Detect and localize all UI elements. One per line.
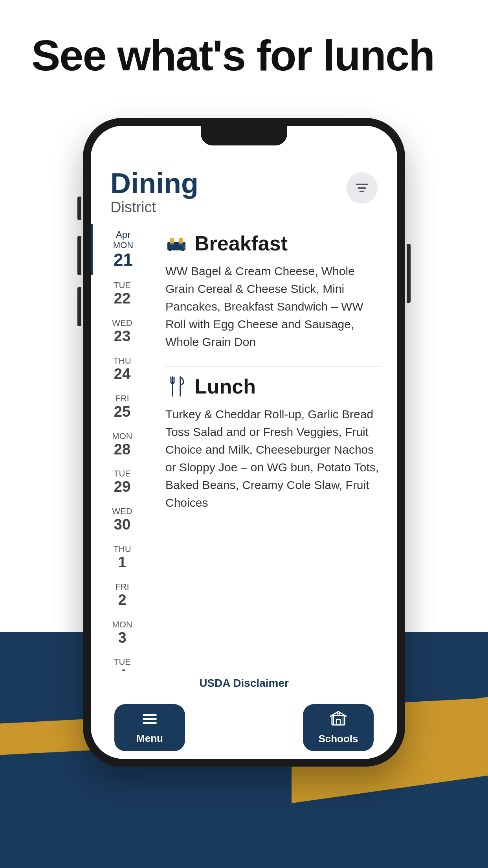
- app-header: Dining District: [91, 157, 397, 224]
- svg-rect-3: [167, 242, 185, 250]
- toaster-icon: [165, 232, 187, 254]
- date-number: 25: [97, 404, 147, 420]
- date-item[interactable]: FRI 2: [91, 576, 154, 614]
- date-day: TUE: [97, 469, 147, 479]
- svg-rect-7: [179, 238, 183, 243]
- date-number: 23: [97, 328, 147, 345]
- filter-button[interactable]: [346, 172, 378, 204]
- app-subtitle: District: [110, 199, 198, 216]
- phone-screen: Dining District: [91, 126, 397, 759]
- breakfast-title: Breakfast: [194, 232, 288, 255]
- meal-divider: [165, 366, 382, 367]
- date-item[interactable]: TUE 22: [91, 275, 154, 313]
- svg-rect-6: [170, 238, 174, 243]
- breakfast-section: Breakfast WW Bagel & Cream Cheese, Whole…: [165, 232, 382, 351]
- date-item[interactable]: WED 23: [91, 313, 154, 350]
- fork-knife-icon: [165, 375, 187, 397]
- date-item[interactable]: TUE 29: [91, 463, 154, 501]
- date-day: THU: [97, 544, 147, 554]
- breakfast-description: WW Bagel & Cream Cheese, Whole Grain Cer…: [165, 262, 382, 351]
- date-item[interactable]: TUE 4: [91, 651, 154, 671]
- usda-disclaimer-text: USDA Disclaimer: [199, 677, 289, 689]
- date-month: Apr: [99, 229, 147, 240]
- date-day: MON: [99, 240, 147, 250]
- phone-notch: [201, 126, 287, 145]
- date-item[interactable]: THU 24: [91, 350, 154, 388]
- app-content: Dining District: [91, 157, 397, 759]
- app-title: Dining: [110, 169, 198, 197]
- date-number: 2: [97, 592, 147, 609]
- bottom-nav: Menu: [91, 696, 397, 759]
- date-day: MON: [97, 620, 147, 630]
- date-item-active[interactable]: Apr MON 21: [91, 224, 154, 275]
- date-number: 24: [97, 366, 147, 383]
- date-item[interactable]: THU 1: [91, 539, 154, 576]
- lunch-section: Lunch Turkey & Cheddar Roll-up, Garlic B…: [165, 375, 382, 511]
- menu-icon: [142, 710, 158, 729]
- date-number: 28: [97, 441, 147, 458]
- svg-point-22: [337, 713, 339, 715]
- schools-nav-button[interactable]: Schools: [303, 704, 374, 751]
- phone-button-vol-up: [77, 236, 81, 275]
- date-sidebar: Apr MON 21 TUE 22 WED 23: [91, 224, 154, 671]
- usda-disclaimer[interactable]: USDA Disclaimer: [91, 671, 397, 696]
- date-day: TUE: [97, 657, 147, 667]
- page-title: See what's for lunch: [31, 31, 434, 79]
- svg-rect-4: [170, 243, 174, 245]
- date-day: WED: [97, 506, 147, 517]
- lunch-title: Lunch: [194, 375, 256, 398]
- schools-nav-label: Schools: [318, 733, 358, 745]
- date-day: FRI: [97, 394, 147, 404]
- phone-mockup: Dining District: [83, 118, 405, 767]
- date-day: FRI: [97, 582, 147, 592]
- phone-button-mute: [77, 197, 81, 220]
- svg-rect-19: [336, 719, 340, 725]
- phone-button-power: [407, 244, 411, 303]
- date-number: 30: [97, 517, 147, 533]
- lunch-description: Turkey & Cheddar Roll-up, Garlic Bread T…: [165, 405, 382, 511]
- menu-nav-button[interactable]: Menu: [114, 704, 185, 751]
- schools-icon: [330, 710, 347, 730]
- main-area: Apr MON 21 TUE 22 WED 23: [91, 224, 397, 671]
- menu-content: Breakfast WW Bagel & Cream Cheese, Whole…: [154, 224, 397, 671]
- menu-nav-label: Menu: [136, 732, 163, 745]
- date-number: 3: [97, 630, 147, 646]
- date-item[interactable]: WED 30: [91, 501, 154, 539]
- phone-button-vol-down: [77, 287, 81, 326]
- breakfast-header: Breakfast: [165, 232, 382, 255]
- date-number: 21: [99, 250, 147, 269]
- phone-frame: Dining District: [83, 118, 405, 767]
- date-number: 22: [97, 291, 147, 307]
- date-item[interactable]: FRI 25: [91, 388, 154, 426]
- svg-rect-5: [178, 243, 183, 245]
- date-number: 4: [97, 667, 147, 671]
- date-day: WED: [97, 318, 147, 328]
- date-number: 1: [97, 554, 147, 571]
- svg-rect-9: [169, 250, 171, 251]
- date-item[interactable]: MON 28: [91, 426, 154, 463]
- lunch-header: Lunch: [165, 375, 382, 398]
- header-text: Dining District: [110, 169, 198, 216]
- date-item[interactable]: MON 3: [91, 614, 154, 652]
- date-day: TUE: [97, 280, 147, 291]
- svg-rect-8: [183, 245, 185, 249]
- date-day: THU: [97, 356, 147, 366]
- date-number: 29: [97, 479, 147, 495]
- svg-rect-10: [182, 250, 184, 251]
- date-day: MON: [97, 431, 147, 441]
